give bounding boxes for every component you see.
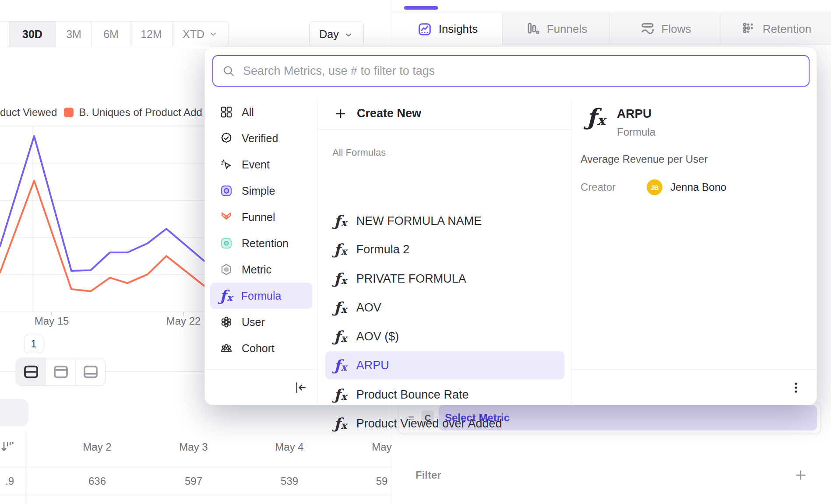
add-filter-icon[interactable] bbox=[794, 468, 808, 482]
divider bbox=[317, 99, 318, 406]
formula-icon: ƒx bbox=[334, 214, 347, 228]
layout-top-button[interactable] bbox=[46, 358, 75, 385]
category-simple[interactable]: Simple bbox=[210, 178, 312, 204]
plus-icon bbox=[334, 107, 347, 120]
table-cell: 597 bbox=[154, 475, 233, 487]
funnel-icon bbox=[220, 210, 233, 224]
formula-item[interactable]: ƒxAOV ($) bbox=[325, 322, 564, 350]
table-cell: 636 bbox=[58, 475, 137, 487]
filter-section-label: Filter bbox=[416, 469, 441, 481]
time-range-30d[interactable]: 30D bbox=[9, 21, 56, 47]
detail-title: ARPU bbox=[617, 107, 651, 121]
formula-item[interactable]: ƒxFormula 2 bbox=[325, 235, 564, 263]
modal-body: AllVerifiedEventSimpleFunnelRetentionMet… bbox=[205, 87, 817, 406]
formula-item[interactable]: ƒxPRIVATE FORMULA bbox=[325, 265, 564, 293]
creator-name: Jenna Bono bbox=[670, 181, 726, 193]
formula-icon: ƒx bbox=[334, 242, 347, 257]
formula-icon: ƒx bbox=[334, 300, 347, 315]
time-range-6m[interactable]: 6M bbox=[92, 21, 130, 47]
kebab-menu-icon[interactable] bbox=[789, 380, 803, 395]
divider bbox=[571, 99, 571, 406]
grid-icon bbox=[220, 105, 233, 119]
collapse-sidebar-icon[interactable] bbox=[293, 380, 308, 395]
category-verified[interactable]: Verified bbox=[210, 125, 312, 151]
sort-descending-icon[interactable] bbox=[0, 439, 16, 455]
category-formula[interactable]: ƒxFormula bbox=[210, 283, 312, 309]
kebab-menu-icon bbox=[789, 380, 803, 395]
table-column-header: May 2 bbox=[58, 441, 137, 453]
formula-icon: ƒx bbox=[334, 358, 347, 373]
metrics-search-modal: AllVerifiedEventSimpleFunnelRetentionMet… bbox=[204, 47, 817, 405]
bottom-left-pill[interactable] bbox=[0, 399, 28, 426]
time-range-control: 30D3M6M12MXTD bbox=[0, 21, 229, 47]
category-retention[interactable]: Retention bbox=[210, 230, 312, 256]
legend-swatch bbox=[64, 108, 74, 117]
legend-label: duct Viewed bbox=[0, 106, 57, 119]
granularity-label: Day bbox=[319, 28, 338, 41]
layout-bottom-button-icon bbox=[82, 363, 99, 381]
formula-item[interactable]: ƒxAOV bbox=[325, 294, 564, 322]
category-event[interactable]: Event bbox=[210, 151, 312, 178]
tab-flows[interactable]: Flows bbox=[610, 13, 721, 45]
layout-bottom-button[interactable] bbox=[75, 358, 105, 385]
table-column-header: May 4 bbox=[250, 441, 329, 453]
retention-icon bbox=[220, 237, 233, 250]
add-filter-icon bbox=[794, 468, 808, 482]
formula-icon: ƒx bbox=[334, 329, 347, 344]
tab-funnels[interactable]: Funnels bbox=[503, 13, 610, 45]
formula-item[interactable]: ƒxNEW FORMULA NAME bbox=[325, 207, 564, 235]
flows-icon bbox=[640, 21, 655, 37]
formula-item[interactable]: ƒxARPU bbox=[325, 351, 564, 379]
verified-icon bbox=[220, 132, 233, 145]
search-icon bbox=[222, 64, 235, 77]
metric-icon bbox=[220, 263, 233, 276]
granularity-button[interactable]: Day bbox=[309, 21, 364, 47]
formula-icon: ƒx bbox=[334, 416, 347, 431]
report-tabbar: InsightsFunnelsFlowsRetention bbox=[392, 13, 831, 45]
section-label: All Formulas bbox=[332, 147, 386, 158]
formula-icon: ƒx bbox=[220, 288, 232, 303]
funnels-icon bbox=[525, 21, 541, 37]
formula-icon: ƒx bbox=[334, 271, 347, 286]
search-input[interactable] bbox=[242, 64, 800, 78]
create-new-button[interactable]: Create New bbox=[334, 99, 421, 127]
table-row-label: .9 bbox=[0, 475, 14, 487]
category-user[interactable]: User bbox=[210, 309, 312, 335]
chevron-down-icon bbox=[343, 28, 354, 41]
detail-description: Average Revenue per User bbox=[581, 153, 708, 165]
formula-item[interactable]: ƒxProduct Bounce Rate bbox=[325, 381, 564, 409]
layout-toggle bbox=[16, 358, 106, 386]
creator-label: Creator bbox=[581, 181, 616, 193]
table-divider bbox=[25, 431, 25, 504]
legend-item[interactable]: B. Uniques of Product Add bbox=[64, 106, 202, 119]
time-range-partial[interactable] bbox=[0, 21, 9, 47]
user-icon bbox=[220, 315, 233, 329]
chart-legend: duct ViewedB. Uniques of Product Add bbox=[0, 105, 204, 120]
chevron-down-icon bbox=[208, 29, 218, 39]
layout-split-button[interactable] bbox=[16, 358, 46, 385]
detail-type: Formula bbox=[617, 126, 655, 138]
layout-top-button-icon bbox=[52, 363, 70, 381]
tab-insights[interactable]: Insights bbox=[392, 13, 503, 45]
create-new-label: Create New bbox=[357, 107, 421, 120]
formula-item[interactable]: ƒxProduct Viewed over Added bbox=[325, 410, 564, 438]
table-column-header: May 3 bbox=[154, 441, 233, 453]
time-range-3m[interactable]: 3M bbox=[56, 21, 92, 47]
category-metric[interactable]: Metric bbox=[210, 256, 312, 283]
layout-split-button-icon bbox=[22, 363, 40, 381]
retention-grid-icon bbox=[741, 21, 757, 37]
time-range-xtd[interactable]: XTD bbox=[172, 21, 229, 47]
formula-icon: ƒx bbox=[334, 387, 347, 402]
time-range-12m[interactable]: 12M bbox=[130, 21, 172, 47]
event-icon bbox=[220, 158, 233, 171]
avatar: JB bbox=[647, 179, 662, 195]
page-number-button[interactable]: 1 bbox=[24, 335, 43, 353]
legend-label: B. Uniques of Product Add bbox=[79, 106, 202, 119]
category-cohort[interactable]: Cohort bbox=[210, 335, 312, 361]
divider bbox=[205, 369, 317, 370]
legend-item[interactable]: duct Viewed bbox=[0, 106, 57, 119]
category-funnel[interactable]: Funnel bbox=[210, 204, 312, 230]
category-all[interactable]: All bbox=[210, 99, 312, 125]
tab-retention[interactable]: Retention bbox=[721, 13, 831, 45]
insights-icon bbox=[417, 21, 433, 37]
